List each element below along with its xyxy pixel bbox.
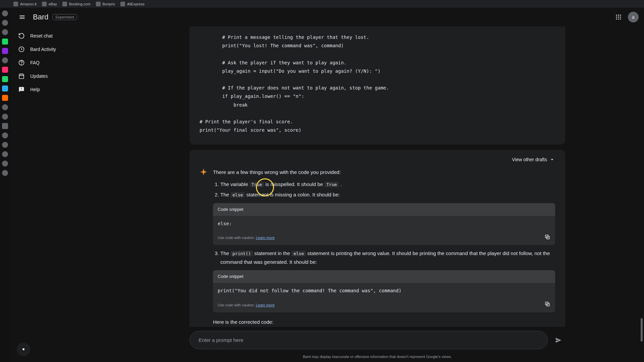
nav-label: FAQ [30, 60, 40, 65]
reset-icon [18, 33, 25, 39]
view-drafts-button[interactable]: View other drafts [200, 157, 555, 163]
nav-label: Updates [30, 73, 48, 79]
svg-point-3 [616, 16, 617, 17]
os-app-icon[interactable] [2, 95, 8, 101]
os-app-icon[interactable] [2, 39, 8, 45]
main-content: # Print a message telling the player tha… [111, 26, 644, 362]
nav-help[interactable]: Help [13, 83, 108, 96]
prompt-input[interactable]: Enter a prompt here [190, 331, 548, 349]
os-app-icon[interactable] [2, 48, 8, 54]
os-app-icon[interactable] [2, 132, 8, 138]
theme-toggle-button[interactable] [17, 343, 30, 356]
code-snippet-1: Code snippet else: Use code with caution… [213, 203, 555, 245]
history-icon [18, 46, 25, 53]
sun-icon [20, 346, 26, 352]
svg-point-5 [620, 16, 621, 17]
header: Bard Experiment a [10, 8, 644, 26]
bookmark-ebay[interactable]: eBay [42, 2, 57, 6]
response-outro: Here is the corrected code: [213, 318, 555, 326]
browser-bookmarks-bar: Amazon.it eBay Booking.com Bonprix AliEx… [0, 0, 644, 8]
copy-button[interactable] [544, 234, 550, 242]
snippet-header: Code snippet [213, 270, 555, 283]
chevron-down-icon [549, 157, 555, 163]
nav-reset-chat[interactable]: Reset chat [13, 29, 108, 43]
snippet-header: Code snippet [213, 203, 555, 216]
svg-point-6 [616, 18, 617, 19]
os-app-icon[interactable] [2, 85, 8, 92]
calendar-icon [18, 73, 25, 79]
bookmark-booking[interactable]: Booking.com [62, 2, 91, 6]
os-app-icon[interactable] [2, 10, 8, 16]
svg-point-17 [22, 348, 24, 350]
bookmark-amazon[interactable]: Amazon.it [13, 2, 37, 6]
svg-point-8 [620, 18, 621, 19]
bookmark-bonprix[interactable]: Bonprix [96, 2, 115, 6]
os-app-icon[interactable] [2, 123, 8, 129]
learn-more-link[interactable]: Learn more [256, 303, 275, 307]
copy-button[interactable] [544, 301, 550, 309]
brand-title: Bard [33, 13, 48, 21]
nav-label: Help [30, 87, 40, 92]
inline-code: print() [230, 251, 253, 256]
bard-spark-icon [200, 168, 208, 176]
inline-code: else [291, 251, 306, 256]
os-app-icon[interactable] [2, 20, 8, 26]
scrollbar-thumb[interactable] [641, 318, 643, 342]
os-app-icon[interactable] [2, 161, 8, 167]
os-app-icon[interactable] [2, 170, 8, 176]
favicon [96, 2, 101, 6]
menu-button[interactable] [15, 10, 29, 24]
snippet-body: else: [213, 216, 555, 232]
caution-text: Use code with caution. Learn more [218, 235, 275, 241]
nav-label: Bard Activity [30, 47, 56, 52]
inline-code: True [250, 182, 264, 187]
os-app-icon[interactable] [2, 76, 8, 82]
app-frame: Bard Experiment a Reset chat Bard Activi… [10, 8, 644, 362]
response-card: View other drafts There are a few things… [190, 150, 565, 327]
svg-point-0 [616, 15, 617, 16]
favicon [62, 2, 67, 6]
chat-scroll[interactable]: # Print a message telling the player tha… [176, 26, 579, 327]
svg-point-7 [618, 18, 619, 19]
user-avatar[interactable]: a [628, 12, 639, 22]
nav-updates[interactable]: Updates [13, 69, 108, 83]
os-app-icon[interactable] [2, 67, 8, 73]
experiment-badge: Experiment [52, 14, 77, 20]
nav-activity[interactable]: Bard Activity [13, 43, 108, 56]
os-app-icon[interactable] [2, 151, 8, 157]
os-app-icon[interactable] [2, 114, 8, 120]
learn-more-link[interactable]: Learn more [256, 236, 275, 240]
send-button[interactable] [552, 334, 565, 347]
os-sidebar [0, 8, 10, 362]
left-nav: Reset chat Bard Activity FAQ Updates Hel… [10, 26, 111, 362]
nav-faq[interactable]: FAQ [13, 56, 108, 69]
response-intro: There are a few things wrong with the co… [213, 168, 555, 177]
svg-rect-12 [19, 74, 23, 78]
code-snippet-2: Code snippet print("You did not follow t… [213, 270, 555, 312]
help-icon [18, 59, 25, 66]
os-app-icon[interactable] [2, 57, 8, 63]
view-drafts-label: View other drafts [512, 157, 547, 162]
svg-point-4 [618, 16, 619, 17]
nav-label: Reset chat [30, 33, 53, 39]
inline-code: True [324, 182, 339, 187]
os-app-icon[interactable] [2, 29, 8, 35]
response-body: There are a few things wrong with the co… [213, 168, 555, 326]
os-app-icon[interactable] [2, 104, 8, 110]
favicon [13, 2, 18, 6]
inline-code: else [230, 192, 245, 198]
grid-icon [615, 14, 622, 20]
issue-item-2: The else statement is missing a colon. I… [220, 190, 555, 199]
apps-button[interactable] [612, 10, 625, 24]
feedback-icon [18, 86, 25, 93]
issue-item-3: The print() statement in the else statem… [220, 249, 555, 266]
os-app-icon[interactable] [2, 142, 8, 148]
favicon [42, 2, 47, 6]
favicon [120, 2, 125, 6]
bookmark-aliexpress[interactable]: AliExpress [120, 2, 145, 6]
snippet-body: print("You did not follow the command! T… [213, 283, 555, 299]
svg-point-11 [21, 64, 22, 64]
issue-item-1: The variable True is misspelled. It shou… [220, 180, 555, 189]
user-code-block: # Print a message telling the player tha… [190, 26, 565, 144]
caution-text: Use code with caution. Learn more [218, 302, 275, 308]
